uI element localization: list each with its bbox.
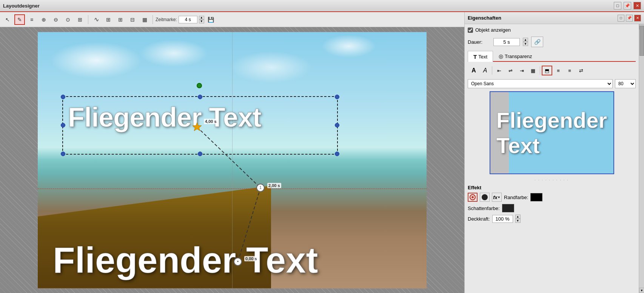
effect-fill-button[interactable] — [480, 193, 490, 202]
effekt-section: Effekt — [468, 185, 636, 223]
align-right-button[interactable]: ⇥ — [516, 66, 527, 75]
preview-line2: Text — [496, 133, 540, 158]
separator-1 — [88, 15, 88, 24]
add-button[interactable]: ⊞ — [115, 14, 126, 25]
remove-button[interactable]: ⊟ — [127, 14, 138, 25]
effekt-title: Effekt — [468, 185, 636, 190]
time-label-0s: 0,00 s — [244, 256, 258, 261]
dauer-label: Dauer: — [468, 39, 490, 45]
rotation-handle[interactable] — [197, 83, 202, 88]
schattenfarbe-swatch[interactable] — [502, 204, 514, 212]
zeitmarke-down[interactable]: ▼ — [199, 20, 204, 23]
pin-button[interactable]: 📌 — [624, 2, 631, 9]
panel-title-bar: Eigenschaften □ 📌 ✕ — [465, 12, 644, 24]
zoom-fit-button[interactable]: ⊙ — [63, 14, 73, 25]
tab-bar: T Text ◎ Transparenz — [468, 51, 636, 62]
deckkraft-up[interactable]: ▲ — [515, 215, 521, 219]
dauer-up[interactable]: ▲ — [523, 38, 528, 42]
separator-2 — [153, 15, 153, 24]
panel-body: Objekt anzeigen Dauer: 5 s ▲ ▼ 🔗 — [465, 24, 644, 293]
grid-button[interactable]: ⊞ — [75, 14, 85, 25]
zeitmarke-label: Zeitmarke: — [156, 17, 177, 22]
valign-bottom-button[interactable]: ≡ — [564, 66, 575, 75]
panel-scrollbar[interactable]: ▲ ▼ — [639, 24, 644, 293]
zoom-out-button[interactable]: ⊖ — [51, 14, 61, 25]
handle-bottom-left[interactable] — [61, 152, 65, 156]
close-button[interactable]: ✕ — [633, 2, 641, 9]
handle-bottom-right[interactable] — [335, 152, 339, 156]
lines-tool-button[interactable]: ≡ — [26, 14, 37, 25]
dauer-down[interactable]: ▼ — [523, 42, 528, 46]
waypoint-0[interactable]: • — [234, 258, 242, 266]
deckkraft-value[interactable]: 100 % — [492, 215, 513, 223]
font-select[interactable]: Open Sans — [468, 79, 613, 88]
svg-marker-0 — [193, 123, 202, 131]
app-title: Layoutdesigner — [3, 3, 40, 9]
handle-bottom-center[interactable] — [198, 152, 202, 156]
handle-middle-left[interactable] — [61, 123, 65, 127]
panel-title-controls: □ 📌 ✕ — [618, 15, 641, 21]
fx-label: fx — [493, 195, 498, 200]
keyframe-star-4s[interactable] — [192, 122, 202, 132]
panel-pin-btn[interactable]: 📌 — [626, 15, 633, 21]
randfarbe-swatch[interactable] — [530, 193, 542, 201]
dauer-spinner: ▲ ▼ — [523, 38, 528, 46]
minimize-button[interactable]: □ — [614, 2, 621, 9]
align-left-button[interactable]: ⇤ — [494, 66, 504, 75]
edit-tool-button[interactable]: ✎ — [14, 14, 25, 25]
panel-minimize-btn[interactable]: □ — [618, 15, 624, 21]
canvas-area: ↖ ✎ ≡ ⊕ ⊖ ⊙ ⊞ ∿ ⊞ ⊞ ⊟ ▦ Zeitmarke: 4 s ▲ — [0, 12, 464, 293]
handle-top-center[interactable] — [198, 95, 202, 99]
save-button[interactable]: 💾 — [206, 14, 216, 25]
layout-button[interactable]: ▦ — [139, 14, 150, 25]
waypoint-0-dot: • — [237, 259, 239, 264]
format-toolbar: A A ⇤ ⇌ ⇥ ▦ ⬒ ≡ ≡ ⇄ — [468, 65, 636, 76]
waypoint-1[interactable]: 1 — [256, 184, 265, 192]
text-direction-button[interactable]: ⇄ — [576, 66, 586, 75]
flying-text-bottom: Fliegender Text — [53, 239, 318, 281]
transparenz-tab-icon: ◎ — [499, 53, 503, 59]
canvas-content: Fliegender Text 4,00 s — [38, 32, 427, 288]
align-block-button[interactable]: ▦ — [528, 66, 538, 75]
select-tool-button[interactable]: ↖ — [2, 14, 13, 25]
video-add-button[interactable]: ⊞ — [103, 14, 114, 25]
text-preview-box: Fliegender Text — [490, 91, 614, 174]
effect-fx-button[interactable]: fx ▼ — [492, 193, 502, 202]
link-button[interactable]: 🔗 — [531, 37, 543, 47]
deckkraft-down[interactable]: ▼ — [515, 219, 521, 223]
valign-top-button[interactable]: ⬒ — [542, 66, 552, 75]
italic-button[interactable]: A — [480, 66, 490, 75]
zeitmarke-spinner: ▲ ▼ — [199, 16, 204, 23]
canvas-viewport[interactable]: Fliegender Text 4,00 s — [0, 27, 464, 293]
effect-ring-button[interactable] — [468, 193, 478, 202]
objekt-anzeigen-label: Objekt anzeigen — [475, 27, 511, 33]
valign-middle-button[interactable]: ≡ — [553, 66, 564, 75]
tab-transparenz[interactable]: ◎ Transparenz — [493, 51, 538, 61]
effekt-icons-row: fx ▼ Randfarbe: — [468, 193, 636, 202]
zoom-in-button[interactable]: ⊕ — [39, 14, 49, 25]
handle-top-left[interactable] — [61, 95, 65, 99]
scrollbar-thumb[interactable] — [639, 26, 644, 56]
align-center-button[interactable]: ⇌ — [505, 66, 516, 75]
objekt-anzeigen-row: Objekt anzeigen — [468, 27, 636, 33]
panel-title: Eigenschaften — [468, 15, 501, 21]
svg-point-4 — [471, 196, 474, 198]
tab-text[interactable]: T Text — [468, 51, 493, 62]
link-icon: 🔗 — [534, 39, 541, 45]
scroll-down-button[interactable]: ▼ — [639, 288, 644, 293]
deckkraft-row: Deckkraft: 100 % ▲ ▼ — [468, 215, 636, 223]
title-bar: Layoutdesigner □ 📌 ✕ — [0, 0, 644, 12]
zeitmarke-up[interactable]: ▲ — [199, 16, 204, 20]
bold-button[interactable]: A — [468, 66, 479, 75]
font-size-select[interactable]: 80 — [615, 79, 636, 88]
properties-panel: Eigenschaften □ 📌 ✕ Objekt anzeigen Daue… — [464, 12, 644, 293]
dauer-value[interactable]: 5 s — [493, 38, 520, 46]
zeitmarke-value[interactable]: 4 s — [179, 16, 197, 23]
preview-text: Fliegender Text — [493, 104, 611, 162]
objekt-anzeigen-checkbox[interactable] — [468, 28, 473, 33]
handle-top-right[interactable] — [335, 95, 339, 99]
path-tool-button[interactable]: ∿ — [91, 14, 102, 25]
handle-middle-right[interactable] — [335, 123, 339, 127]
panel-close-btn[interactable]: ✕ — [634, 15, 641, 21]
chevron-down-icon: ▼ — [498, 196, 501, 199]
